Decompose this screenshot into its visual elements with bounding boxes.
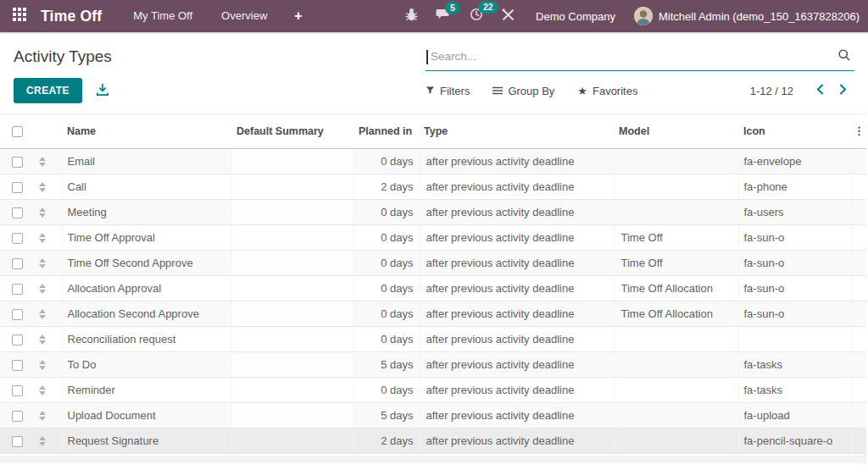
user-name-label: Mitchell Admin (demo_150_1637828206) — [659, 10, 860, 23]
drag-handle-icon[interactable] — [39, 360, 46, 370]
row-select-cell — [0, 377, 34, 402]
table-row[interactable]: Reminder 0 days after previous activity … — [0, 377, 866, 402]
drag-handle-icon[interactable] — [39, 207, 46, 218]
cell-default-summary — [231, 148, 353, 174]
nav-item-overview[interactable]: Overview — [207, 0, 281, 32]
create-button[interactable]: CREATE — [14, 78, 82, 103]
tools-menu-button[interactable] — [501, 8, 515, 25]
table-row[interactable]: Time Off Second Approve 0 days after pre… — [0, 250, 866, 275]
cell-name: Reminder — [62, 377, 231, 402]
cell-model — [614, 377, 738, 402]
search-input[interactable] — [426, 47, 834, 68]
cell-planned-in: 5 days — [353, 351, 419, 377]
cell-default-summary — [231, 199, 353, 224]
app-brand-title[interactable]: Time Off — [41, 8, 102, 25]
pager-next-button[interactable] — [832, 81, 854, 100]
column-header-name[interactable]: Name — [62, 114, 231, 148]
apps-menu-button[interactable] — [5, 0, 34, 32]
table-row[interactable]: Allocation Approval 0 days after previou… — [0, 275, 866, 301]
top-navbar: Time Off My Time Off Overview + 5 — [0, 0, 868, 32]
filters-menu-button[interactable]: Filters — [426, 85, 470, 97]
drag-handle-icon[interactable] — [39, 309, 46, 319]
drag-handle-icon[interactable] — [39, 335, 46, 345]
table-row[interactable]: Time Off Approval 0 days after previous … — [0, 224, 866, 250]
chevron-right-icon — [839, 85, 847, 97]
row-checkbox[interactable] — [12, 360, 23, 371]
column-header-planned-in[interactable]: Planned in — [353, 114, 419, 148]
table-row[interactable]: Reconciliation request 0 days after prev… — [0, 326, 866, 351]
cell-model — [614, 402, 738, 428]
row-select-cell — [0, 224, 34, 250]
column-header-type[interactable]: Type — [419, 114, 614, 148]
cell-planned-in: 2 days — [353, 428, 419, 453]
row-checkbox[interactable] — [12, 258, 23, 269]
optional-columns-toggle-icon[interactable]: ⋮ — [854, 124, 865, 137]
search-button[interactable] — [834, 47, 854, 68]
column-header-model[interactable]: Model — [614, 114, 738, 148]
group-by-menu-button[interactable]: Group By — [492, 85, 554, 97]
cell-planned-in: 0 days — [353, 326, 419, 351]
row-checkbox[interactable] — [12, 436, 23, 447]
debug-menu-button[interactable] — [404, 8, 419, 25]
messages-menu-button[interactable]: 5 — [436, 8, 452, 25]
nav-add-menu-button[interactable]: + — [281, 8, 314, 24]
activities-count-badge[interactable]: 22 — [478, 1, 498, 14]
row-select-cell — [0, 199, 34, 224]
drag-handle-icon[interactable] — [39, 436, 46, 446]
row-checkbox[interactable] — [12, 207, 23, 218]
cell-model: Time Off Allocation — [614, 275, 738, 301]
column-header-default-summary[interactable]: Default Summary — [231, 114, 353, 148]
drag-handle-icon[interactable] — [39, 258, 46, 268]
row-handle-cell — [34, 250, 62, 275]
export-button[interactable] — [94, 81, 111, 101]
table-row[interactable]: Request Signature 2 days after previous … — [0, 428, 866, 453]
cell-type: after previous activity deadline — [419, 377, 614, 402]
cell-type: after previous activity deadline — [419, 326, 614, 351]
user-menu[interactable]: Mitchell Admin (demo_150_1637828206) — [634, 7, 860, 25]
table-header-row: Name Default Summary Planned in Type Mod… — [0, 114, 866, 148]
row-checkbox[interactable] — [12, 335, 23, 346]
table-row[interactable]: Meeting 0 days after previous activity d… — [0, 199, 866, 224]
cell-options-spacer — [852, 377, 866, 402]
table-row[interactable]: To Do 5 days after previous activity dea… — [0, 351, 866, 377]
row-select-cell — [0, 301, 34, 326]
row-checkbox[interactable] — [12, 309, 23, 320]
row-checkbox[interactable] — [12, 411, 23, 422]
cell-icon: fa-sun-o — [738, 275, 852, 301]
drag-handle-icon[interactable] — [39, 284, 46, 294]
drag-handle-icon[interactable] — [39, 182, 46, 192]
messages-count-badge[interactable]: 5 — [445, 2, 460, 14]
table-row[interactable]: Allocation Second Approve 0 days after p… — [0, 301, 866, 326]
optional-columns-cell: ⋮ — [852, 114, 866, 148]
pager-previous-button[interactable] — [809, 81, 832, 100]
select-all-checkbox[interactable] — [12, 126, 23, 137]
activity-types-list: Name Default Summary Planned in Type Mod… — [0, 113, 866, 463]
row-checkbox[interactable] — [12, 182, 23, 193]
row-checkbox[interactable] — [12, 157, 23, 168]
favorites-menu-button[interactable]: ★ Favorites — [577, 85, 637, 97]
row-checkbox[interactable] — [12, 233, 23, 244]
row-checkbox[interactable] — [12, 385, 23, 396]
cell-options-spacer — [852, 199, 866, 224]
row-select-cell — [0, 351, 34, 377]
cell-planned-in: 0 days — [353, 377, 419, 402]
activities-menu-button[interactable]: 22 — [469, 7, 484, 25]
chevron-left-icon — [816, 85, 824, 97]
list-footer-strip — [0, 456, 866, 463]
drag-handle-icon[interactable] — [39, 233, 46, 243]
cell-default-summary — [231, 275, 353, 301]
company-switcher[interactable]: Demo Company — [536, 10, 615, 23]
table-row[interactable]: Email 0 days after previous activity dea… — [0, 148, 866, 174]
table-row[interactable]: Call 2 days after previous activity dead… — [0, 174, 866, 199]
cell-model — [614, 148, 738, 174]
drag-handle-icon[interactable] — [39, 411, 46, 421]
row-select-cell — [0, 402, 34, 428]
column-header-icon[interactable]: Icon — [738, 114, 852, 148]
row-select-cell — [0, 250, 34, 275]
row-checkbox[interactable] — [12, 284, 23, 295]
table-row[interactable]: Upload Document 5 days after previous ac… — [0, 402, 866, 428]
nav-item-my-time-off[interactable]: My Time Off — [119, 0, 207, 32]
drag-handle-icon[interactable] — [39, 385, 46, 395]
filters-label: Filters — [440, 85, 470, 97]
drag-handle-icon[interactable] — [39, 157, 46, 167]
